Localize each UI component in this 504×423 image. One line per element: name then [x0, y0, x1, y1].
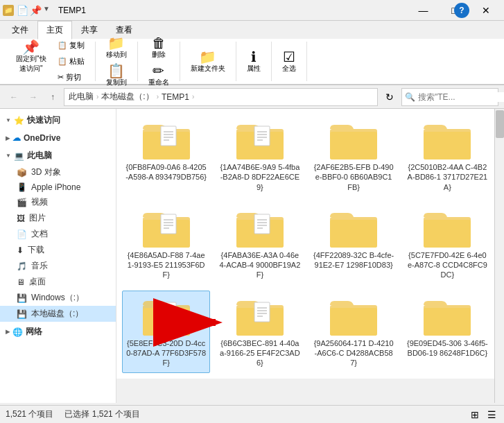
sidebar-item-music[interactable]: 🎵 音乐	[0, 258, 116, 274]
content-wrapper: {0FB8FA09-0A6 8-4205-A598-A 893479DB756}…	[116, 109, 504, 403]
status-right: ⊞ ☰	[468, 408, 498, 422]
properties-button[interactable]: ℹ 属性	[242, 48, 266, 76]
breadcrumb[interactable]: 此电脑 › 本地磁盘（:） › TEMP1 ›	[64, 88, 378, 106]
svg-rect-38	[161, 302, 176, 322]
folder-icon-wrap	[141, 119, 191, 161]
sidebar-item-pictures[interactable]: 🖼 图片	[0, 210, 116, 226]
copy-to-button[interactable]: 📋 复制到	[101, 62, 132, 89]
tab-file[interactable]: 文件	[3, 21, 37, 39]
address-bar: ← → ↑ 此电脑 › 本地磁盘（:） › TEMP1 › ↻ 🔍	[0, 85, 504, 109]
folder-svg	[329, 207, 379, 249]
svg-rect-9	[254, 126, 270, 146]
minimize-button[interactable]: —	[408, 0, 439, 21]
svg-rect-27	[254, 214, 270, 234]
computer-icon: 💻	[14, 151, 24, 161]
folder-icon-wrap	[422, 295, 472, 337]
up-button[interactable]: ↑	[44, 89, 61, 105]
sidebar-onedrive-header[interactable]: ▶ ☁ OneDrive	[0, 130, 116, 146]
folder-label: {4E86A5AD-F88 7-4ae1-9193-E5 211953F6DF}	[125, 250, 207, 280]
search-bar: 🔍	[401, 88, 498, 106]
folder-item[interactable]: {9A256064-171 D-4210-A6C6-C D4288ACB587}	[310, 291, 398, 373]
folder-svg	[235, 119, 285, 161]
sidebar-item-documents[interactable]: 📄 文档	[0, 226, 116, 242]
move-to-button[interactable]: 📁 移动到	[101, 34, 132, 62]
select-all-button[interactable]: ☑ 全选	[277, 48, 301, 76]
folder-item[interactable]: {6B6C3BEC-891 4-40aa-9166-25 EF4F2C3AD6}	[216, 291, 304, 373]
svg-rect-35	[424, 220, 471, 248]
selected-count: 已选择 1,521 个项目	[64, 408, 140, 420]
dropdown-arrow-icon[interactable]: ▼	[43, 5, 50, 16]
status-bar: 1,521 个项目 已选择 1,521 个项目 ⊞ ☰	[0, 405, 504, 423]
ribbon-group-clipboard: 📌 固定到"快速访问" 📋 复制 📋 粘贴 ✂ 剪切	[6, 42, 96, 81]
folder-item[interactable]: {5E8EF3C3-20D D-4cc0-87AD-A 77F6D3F578F}	[122, 291, 210, 373]
folder-svg	[141, 295, 191, 337]
ribbon-group-organize: 📁 移动到 📋 复制到	[96, 42, 138, 81]
cut-button[interactable]: ✂ 剪切	[53, 70, 89, 85]
breadcrumb-folder[interactable]: TEMP1	[162, 92, 189, 102]
ribbon-group-select: ☑ 全选	[272, 42, 307, 81]
sidebar-item-windows-drive[interactable]: 💾 Windows（:）	[0, 290, 116, 306]
properties-icon: ℹ	[251, 50, 257, 64]
folder-label: {6B6C3BEC-891 4-40aa-9166-25 EF4F2C3AD6}	[219, 338, 300, 368]
folder-icon-wrap	[141, 295, 191, 337]
folder-item[interactable]: {2AF6E2B5-EFB D-490e-BBF0-0 6B60AB9C1FB}	[310, 114, 398, 197]
folder-item[interactable]: {1AA74B6E-9A9 5-4fba-B2A8-D 8DF22AE6CE9}	[216, 114, 304, 197]
onedrive-icon: ☁	[12, 133, 21, 143]
pin-icon: 📌	[22, 40, 40, 54]
folder-item[interactable]: {2C5010B2-4AA C-4B2A-BD86-1 3717D27E21A}	[403, 114, 492, 197]
quickaccess-icon: ⭐	[14, 116, 24, 126]
delete-button[interactable]: 🗑 删除	[147, 34, 171, 62]
tab-home[interactable]: 主页	[37, 21, 72, 40]
scrollbar-thumb[interactable]	[496, 110, 504, 138]
folder-svg	[235, 295, 285, 337]
copy-icon: 📋	[107, 64, 125, 78]
folder-label: {1AA74B6E-9A9 5-4fba-B2A8-D 8DF22AE6CE9}	[219, 162, 300, 192]
sidebar-item-local-drive[interactable]: 💾 本地磁盘（:）	[0, 306, 116, 322]
new-folder-icon: 📁	[199, 50, 216, 64]
search-input[interactable]	[418, 92, 504, 102]
folder-label: {4FF22089-32C B-4cfe-91E2-E7 1298F10D83}	[313, 250, 394, 270]
sidebar-item-3dobjects[interactable]: 📦 3D 对象	[0, 164, 116, 180]
close-button[interactable]: ✕	[470, 0, 501, 21]
sidebar-section-network: ▶ 🌐 网络	[0, 323, 116, 340]
sidebar-section-thispc: ▼ 💻 此电脑 📦 3D 对象 📱 Apple iPhone 🎬 视频	[0, 147, 116, 322]
large-icon-view-button[interactable]: ⊞	[468, 408, 482, 422]
pin-to-quickaccess-button[interactable]: 📌 固定到"快速访问"	[11, 38, 51, 85]
sidebar-item-iphone[interactable]: 📱 Apple iPhone	[0, 180, 116, 194]
forward-button[interactable]: →	[25, 89, 42, 105]
folder-item[interactable]: {4FF22089-32C B-4cfe-91E2-E7 1298F10D83}	[310, 202, 398, 285]
refresh-button[interactable]: ↻	[381, 88, 399, 106]
sidebar-item-video[interactable]: 🎬 视频	[0, 194, 116, 210]
folder-item[interactable]: {5C7E7FD0-42E 6-4e0e-A87C-8 CCD4C8FC9DC}	[403, 202, 492, 285]
sidebar-item-downloads[interactable]: ⬇ 下载	[0, 242, 116, 258]
sidebar-item-desktop[interactable]: 🖥 桌面	[0, 274, 116, 290]
search-icon: 🔍	[405, 92, 415, 102]
folder-item[interactable]: {4FABA36E-A3A 0-46e4-ACAB-4 9000BF19A2F}	[216, 202, 304, 285]
folder-grid: {0FB8FA09-0A6 8-4205-A598-A 893479DB756}…	[122, 114, 492, 373]
back-button[interactable]: ←	[6, 89, 22, 105]
chevron-down-icon: ▼	[6, 153, 11, 159]
windows-drive-icon: 💾	[17, 293, 27, 303]
ribbon-tabs: 文件 主页 共享 查看	[0, 21, 504, 39]
3dobjects-icon: 📦	[17, 168, 27, 178]
detail-view-button[interactable]: ☰	[485, 408, 498, 422]
sidebar-section-onedrive: ▶ ☁ OneDrive	[0, 130, 116, 146]
folder-item[interactable]: {4E86A5AD-F88 7-4ae1-9193-E5 211953F6DF}	[122, 202, 210, 285]
folder-item[interactable]: {9E09ED45-306 3-46f5-BD06-19 86248F1D6C}	[403, 291, 492, 373]
sidebar-quickaccess-header[interactable]: ▼ ⭐ 快速访问	[0, 112, 116, 129]
paste-button[interactable]: 📋 粘贴	[53, 54, 89, 69]
sidebar-thispc-header[interactable]: ▼ 💻 此电脑	[0, 147, 116, 164]
folder-label: {9E09ED45-306 3-46f5-BD06-19 86248F1D6C}	[407, 338, 488, 359]
new-folder-button[interactable]: 📁 新建文件夹	[186, 48, 230, 76]
breadcrumb-drive[interactable]: 本地磁盘（:）	[101, 91, 153, 103]
breadcrumb-computer[interactable]: 此电脑	[69, 91, 94, 103]
rename-button[interactable]: ✏ 重命名	[144, 62, 174, 89]
scrollbar[interactable]	[494, 109, 504, 403]
copy-button[interactable]: 📋 复制	[53, 38, 89, 53]
help-button[interactable]: ?	[454, 3, 469, 18]
folder-svg	[422, 295, 472, 337]
folder-item[interactable]: {0FB8FA09-0A6 8-4205-A598-A 893479DB756}	[122, 114, 210, 197]
folder-icon-wrap	[329, 295, 379, 337]
chevron-right-icon: ▶	[6, 329, 10, 335]
sidebar-network-header[interactable]: ▶ 🌐 网络	[0, 323, 116, 340]
